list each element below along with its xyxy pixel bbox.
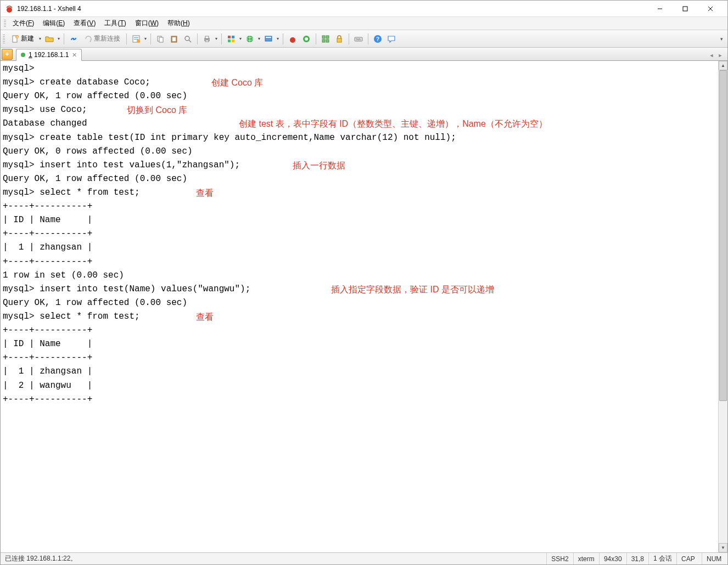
terminal-line: +----+----------+	[3, 393, 716, 406]
terminal-line: +----+----------+	[3, 200, 716, 213]
menu-窗口[interactable]: 窗口(W)	[131, 18, 163, 29]
svg-point-30	[290, 37, 295, 43]
minimize-button[interactable]	[647, 1, 673, 17]
svg-rect-37	[337, 38, 341, 42]
tile-button[interactable]	[319, 32, 332, 46]
annotation: 插入一行数据	[293, 159, 345, 172]
font-color-button[interactable]	[225, 32, 238, 46]
terminal-line: 1 row in set (0.00 sec)	[3, 269, 716, 282]
title-bar: 192.168.1.1 - Xshell 4	[1, 1, 727, 17]
terminal-line: | ID | Name |	[3, 337, 716, 351]
menu-查看[interactable]: 查看(V)	[69, 18, 100, 29]
xftp-button[interactable]	[286, 32, 299, 46]
menu-工具[interactable]: 工具(T)	[100, 18, 130, 29]
terminal-line: | 1 | zhangsan |	[3, 241, 716, 255]
scroll-down-button[interactable]: ▼	[719, 543, 727, 552]
annotation: 插入指定字段数据，验证 ID 是否可以递增	[331, 282, 494, 296]
new-dropdown[interactable]: ▾	[38, 32, 42, 46]
lock-button[interactable]	[333, 32, 346, 46]
annotation: 创建 Coco 库	[211, 76, 263, 89]
status-sessions: 1 会话	[649, 553, 677, 564]
toolbar-overflow[interactable]: ▾	[718, 32, 725, 46]
open-button[interactable]	[43, 32, 56, 46]
terminal-line: | 2 | wangwu |	[3, 379, 716, 393]
terminal-line: mysql> create table test(ID int primary …	[3, 131, 716, 145]
menu-文件[interactable]: 文件(F)	[8, 18, 38, 29]
annotation: 创建 test 表，表中字段有 ID（整数类型、主键、递增），Name（不允许为…	[239, 117, 547, 131]
close-button[interactable]	[698, 1, 723, 17]
svg-rect-13	[159, 37, 163, 42]
print-button[interactable]	[200, 32, 214, 46]
lock-icon	[335, 35, 344, 43]
find-button[interactable]	[181, 32, 194, 46]
terminal-line: mysql> insert into test(Name) values("wa…	[3, 282, 716, 296]
properties-button[interactable]	[130, 32, 143, 46]
svg-rect-29	[266, 37, 271, 38]
svg-point-0	[7, 7, 12, 13]
menu-编辑[interactable]: 编辑(E)	[38, 18, 69, 29]
tile-icon	[321, 35, 330, 43]
reconnect-button[interactable]: 重新连接	[81, 32, 124, 46]
svg-rect-21	[228, 36, 231, 38]
terminal-line: Database changed创建 test 表，表中字段有 ID（整数类型、…	[3, 117, 716, 131]
svg-rect-10	[134, 39, 138, 39]
globe-icon	[245, 35, 254, 43]
link-button[interactable]	[67, 32, 80, 46]
add-tab-button[interactable]: +	[2, 49, 13, 60]
svg-rect-20	[205, 40, 209, 42]
bg-color-button[interactable]	[243, 32, 256, 46]
status-dot-icon	[21, 53, 25, 57]
svg-rect-19	[205, 36, 209, 38]
find-icon	[183, 35, 192, 43]
scrollbar-thumb[interactable]	[719, 70, 727, 401]
help-button[interactable]: ?	[371, 32, 384, 46]
theme-button[interactable]	[262, 32, 275, 46]
menu-帮助[interactable]: 帮助(H)	[163, 18, 194, 29]
bg-color-dropdown[interactable]: ▾	[257, 32, 261, 46]
copy-button[interactable]	[154, 32, 167, 46]
status-cursor: 31,8	[627, 553, 649, 564]
svg-rect-39	[356, 38, 357, 39]
open-dropdown[interactable]: ▾	[57, 32, 61, 46]
terminal-line: Query OK, 1 row affected (0.00 sec)	[3, 296, 716, 310]
feedback-icon	[387, 35, 396, 43]
svg-rect-41	[359, 38, 360, 39]
font-color-dropdown[interactable]: ▾	[238, 32, 243, 46]
properties-dropdown[interactable]: ▾	[143, 32, 148, 46]
tab-label: 1 192.168.1.1	[29, 51, 69, 59]
terminal[interactable]: mysql>mysql> create database Coco;创建 Coc…	[1, 61, 718, 552]
vertical-scrollbar[interactable]: ▲ ▼	[718, 61, 727, 552]
print-dropdown[interactable]: ▾	[214, 32, 219, 46]
feedback-button[interactable]	[385, 32, 398, 46]
svg-rect-35	[322, 39, 325, 42]
close-tab-button[interactable]: ✕	[72, 52, 77, 59]
svg-line-17	[189, 40, 191, 42]
keyboard-icon	[354, 35, 363, 43]
status-protocol: SSH2	[547, 553, 573, 564]
xlpd-button[interactable]	[300, 32, 313, 46]
annotation: 查看	[196, 186, 214, 200]
keyboard-button[interactable]	[352, 32, 365, 46]
terminal-line: +----+----------+	[3, 227, 716, 241]
paste-button[interactable]	[167, 32, 181, 46]
scrollbar-track[interactable]	[719, 70, 727, 543]
svg-rect-2	[683, 7, 687, 11]
xlpd-icon	[302, 35, 311, 43]
status-num: NUM	[702, 553, 727, 564]
scroll-up-button[interactable]: ▲	[719, 61, 727, 70]
new-button[interactable]: ★ 新建	[8, 32, 37, 46]
svg-point-11	[137, 39, 140, 43]
xftp-icon	[288, 35, 297, 43]
terminal-line: +----+----------+	[3, 324, 716, 337]
maximize-button[interactable]	[673, 1, 698, 17]
svg-rect-9	[134, 37, 138, 38]
link-icon	[69, 35, 78, 43]
theme-dropdown[interactable]: ▾	[276, 32, 280, 46]
tabs-scroll-right[interactable]: ►	[716, 52, 724, 59]
new-file-icon: ★	[11, 35, 20, 43]
svg-rect-33	[322, 36, 325, 38]
terminal-line: mysql> select * from test;查看	[3, 310, 716, 324]
tabs-scroll-left[interactable]: ◄	[708, 52, 715, 59]
session-tab[interactable]: 1 192.168.1.1✕	[16, 49, 82, 61]
terminal-line: mysql> insert into test values(1,"zhangs…	[3, 159, 716, 172]
